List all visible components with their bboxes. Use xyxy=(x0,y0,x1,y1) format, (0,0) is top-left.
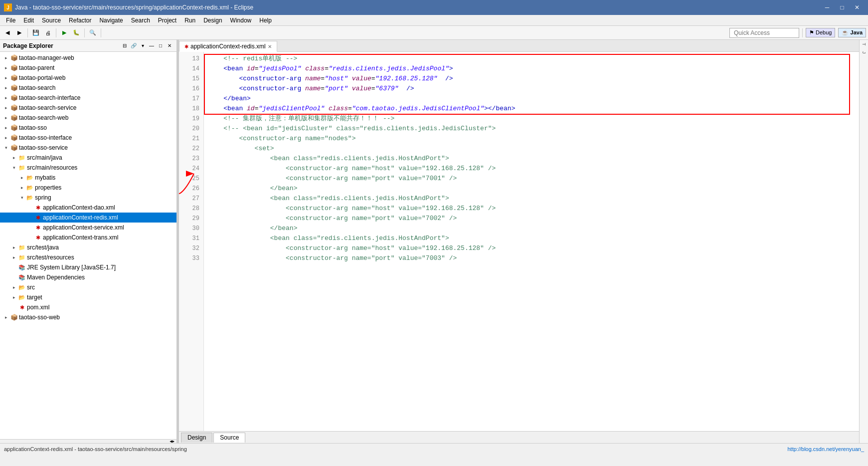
code-line-20: <!-- <bean id="jedisCluster" class="redi… xyxy=(208,124,855,134)
code-line-33: <constructor-arg name="port" value="7003… xyxy=(208,253,855,263)
menu-item-project[interactable]: Project xyxy=(154,16,180,25)
bottom-tab-source[interactable]: Source xyxy=(213,433,245,443)
minimize-button[interactable]: ─ xyxy=(820,2,834,13)
tree-scroll-right[interactable]: ▶ xyxy=(172,439,174,444)
menu-item-design[interactable]: Design xyxy=(199,16,226,25)
line-num-27: 27 xyxy=(179,194,203,204)
line-num-19: 19 xyxy=(179,114,203,124)
menu-item-run[interactable]: Run xyxy=(180,16,199,25)
code-editor[interactable]: <!-- redis单机版 --> <bean id="jedisPool" c… xyxy=(204,52,859,431)
code-line-31: <bean class="redis.clients.jedis.HostAnd… xyxy=(208,233,855,243)
menu-item-navigate[interactable]: Navigate xyxy=(95,16,127,25)
code-line-27: <bean class="redis.clients.jedis.HostAnd… xyxy=(208,194,855,204)
tree-item-target[interactable]: ▸📂target xyxy=(0,292,176,302)
tree-label-taotao-sso-service: taotao-sso-service xyxy=(19,144,68,151)
tree-item-taotao-manager-web[interactable]: ▸📦taotao-manager-web xyxy=(0,53,176,63)
code-line-14: <bean id="jedisPool" class="redis.client… xyxy=(208,64,855,74)
close-button[interactable]: ✕ xyxy=(850,2,864,13)
tree-label-taotao-portal-web: taotao-portal-web xyxy=(19,74,65,81)
quick-access-input[interactable] xyxy=(729,28,799,38)
line-num-20: 20 xyxy=(179,124,203,134)
panel-minimize-button[interactable]: — xyxy=(148,42,156,50)
maximize-button[interactable]: □ xyxy=(835,2,849,13)
line-num-14: 14 xyxy=(179,64,203,74)
menu-bar: FileEditSourceRefactorNavigateSearchProj… xyxy=(0,15,868,26)
tree-item-pom-xml[interactable]: ✱pom.xml xyxy=(0,302,176,312)
bottom-tab-design[interactable]: Design xyxy=(181,433,212,443)
tree-item-appContext-service[interactable]: ✱applicationContext-service.xml xyxy=(0,223,176,233)
tree-icon-appContext-dao: ✱ xyxy=(34,204,42,212)
menu-item-search[interactable]: Search xyxy=(127,16,154,25)
search-button[interactable]: 🔍 xyxy=(87,27,98,38)
collapse-all-button[interactable]: ⊟ xyxy=(121,42,129,50)
debug-perspective-button[interactable]: ⚑ Debug xyxy=(806,28,835,37)
panel-maximize-button[interactable]: □ xyxy=(157,42,165,50)
java-perspective-button[interactable]: ☕ Java xyxy=(838,28,866,37)
tree-item-taotao-portal-web[interactable]: ▸📦taotao-portal-web xyxy=(0,73,176,83)
tree-expand-spring: ▾ xyxy=(18,194,26,202)
tree-item-src-main-java[interactable]: ▸📁src/main/java xyxy=(0,153,176,163)
panel-close-button[interactable]: ✕ xyxy=(166,42,174,50)
tree-item-src-test-resources[interactable]: ▸📁src/test/resources xyxy=(0,252,176,262)
panel-menu-button[interactable]: ▾ xyxy=(139,42,147,50)
tree-expand-appContext-service xyxy=(26,224,34,232)
tree-item-spring[interactable]: ▾📂spring xyxy=(0,193,176,203)
tree-icon-spring: 📂 xyxy=(26,194,34,202)
tree-item-src[interactable]: ▸📂src xyxy=(0,282,176,292)
tree-item-taotao-sso-interface[interactable]: ▸📦taotao-sso-interface xyxy=(0,133,176,143)
tree-icon-taotao-sso: 📦 xyxy=(10,124,18,132)
menu-item-window[interactable]: Window xyxy=(226,16,256,25)
forward-button[interactable]: ▶ xyxy=(14,27,25,38)
run-button[interactable]: ▶ xyxy=(59,27,70,38)
menu-item-source[interactable]: Source xyxy=(38,16,65,25)
tree-item-taotao-sso[interactable]: ▸📦taotao-sso xyxy=(0,123,176,133)
tree-label-taotao-search-web: taotao-search-web xyxy=(19,114,68,121)
tree-item-taotao-parent[interactable]: ▸📦taotao-parent xyxy=(0,63,176,73)
code-line-24: <constructor-arg name="host" value="192.… xyxy=(208,164,855,174)
tree-label-appContext-redis: applicationContext-redis.xml xyxy=(43,214,118,221)
tree-item-properties[interactable]: ▸📂properties xyxy=(0,183,176,193)
tree-item-appContext-redis[interactable]: ✱applicationContext-redis.xml xyxy=(0,213,176,223)
tree-icon-src-main-resources: 📁 xyxy=(18,164,26,172)
line-num-30: 30 xyxy=(179,224,203,233)
print-button[interactable]: 🖨 xyxy=(42,27,53,38)
tree-item-taotao-search-service[interactable]: ▸📦taotao-search-service xyxy=(0,103,176,113)
tree-expand-taotao-parent: ▸ xyxy=(2,64,10,72)
tree-expand-pom-xml xyxy=(10,303,18,311)
tree-item-taotao-search[interactable]: ▸📦taotao-search xyxy=(0,83,176,93)
toolbar-separator-3 xyxy=(84,28,85,37)
tree-item-maven-deps[interactable]: 📚Maven Dependencies xyxy=(0,272,176,282)
tree-item-jre-system[interactable]: 📚JRE System Library [JavaSE-1.7] xyxy=(0,262,176,272)
tab-close-button[interactable]: ✕ xyxy=(268,44,272,49)
right-sidebar-btn-1[interactable]: T xyxy=(861,41,868,48)
tree-label-pom-xml: pom.xml xyxy=(27,304,49,311)
tree-icon-appContext-trans: ✱ xyxy=(34,233,42,241)
tree-expand-maven-deps xyxy=(10,273,18,281)
debug-button[interactable]: 🐛 xyxy=(71,27,82,38)
tree-item-taotao-search-interface[interactable]: ▸📦taotao-search-interface xyxy=(0,93,176,103)
menu-item-edit[interactable]: Edit xyxy=(19,16,38,25)
tree-item-taotao-search-web[interactable]: ▸📦taotao-search-web xyxy=(0,113,176,123)
back-button[interactable]: ◀ xyxy=(2,27,13,38)
menu-item-refactor[interactable]: Refactor xyxy=(65,16,95,25)
tree-item-mybatis[interactable]: ▸📂mybatis xyxy=(0,173,176,183)
tree-item-taotao-sso-web[interactable]: ▸📦taotao-sso-web xyxy=(0,312,176,322)
editor-tab-redis-xml[interactable]: ✱ applicationContext-redis.xml ✕ xyxy=(179,41,277,52)
menu-item-help[interactable]: Help xyxy=(255,16,276,25)
link-with-editor-button[interactable]: 🔗 xyxy=(130,42,138,50)
tree-label-src: src xyxy=(27,284,35,291)
package-explorer-header: Package Explorer ⊟ 🔗 ▾ — □ ✕ xyxy=(0,40,176,52)
code-line-13: <!-- redis单机版 --> xyxy=(208,54,855,64)
toolbar: ◀ ▶ 💾 🖨 ▶ 🐛 🔍 ⚑ Debug ☕ Java xyxy=(0,26,868,40)
tree-item-appContext-trans[interactable]: ✱applicationContext-trans.xml xyxy=(0,233,176,242)
toolbar-separator-5 xyxy=(802,28,803,37)
menu-item-file[interactable]: File xyxy=(2,16,19,25)
tree-item-src-test-java[interactable]: ▸📁src/test/java xyxy=(0,242,176,252)
right-sidebar-btn-2[interactable]: J xyxy=(861,49,868,56)
code-line-26: </bean> xyxy=(208,184,855,194)
save-button[interactable]: 💾 xyxy=(30,27,41,38)
tree-item-src-main-resources[interactable]: ▾📁src/main/resources xyxy=(0,163,176,173)
tree-item-taotao-sso-service[interactable]: ▾📦taotao-sso-service xyxy=(0,143,176,153)
tree-item-appContext-dao[interactable]: ✱applicationContext-dao.xml xyxy=(0,203,176,213)
tree-label-taotao-search-interface: taotao-search-interface xyxy=(19,94,80,101)
